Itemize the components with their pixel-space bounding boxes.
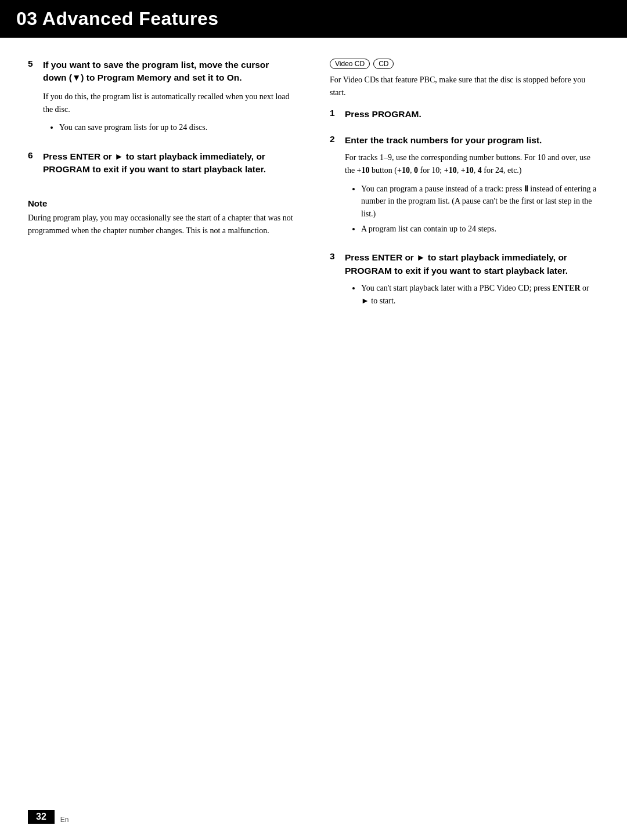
step-3-bullet-1: You can't start playback later with a PB… [361, 282, 599, 307]
step-6-content: Press ENTER or ► to start playback immed… [43, 150, 295, 182]
step-2-number: 2 [330, 134, 341, 244]
step-6-heading: Press ENTER or ► to start playback immed… [43, 150, 295, 176]
step-2-content: Enter the track numbers for your program… [345, 134, 599, 244]
step-1-number: 1 [330, 108, 341, 125]
content-area: 5 If you want to save the program list, … [0, 38, 627, 345]
step-5-number: 5 [28, 59, 39, 142]
step-5-bullets: You can save program lists for up to 24 … [59, 121, 295, 134]
step-2-body: For tracks 1–9, use the corresponding nu… [345, 151, 599, 176]
step-6-block: 6 Press ENTER or ► to start playback imm… [28, 150, 295, 182]
page-header: 03 Advanced Features [0, 0, 627, 38]
step-1-content: Press PROGRAM. [345, 108, 599, 125]
footer-lang: En [60, 816, 69, 824]
page-footer: 32 En [0, 810, 627, 824]
step-2-bullets: You can program a pause instead of a tra… [361, 183, 599, 236]
step-2-heading: Enter the track numbers for your program… [345, 134, 599, 147]
badge-row: Video CD CD [330, 59, 599, 69]
step-1-block: 1 Press PROGRAM. [330, 108, 599, 125]
step-5-heading: If you want to save the program list, mo… [43, 59, 295, 85]
note-section: Note During program play, you may occasi… [28, 198, 295, 237]
video-cd-badge: Video CD [330, 59, 370, 69]
note-body: During program play, you may occasionall… [28, 212, 295, 237]
left-column: 5 If you want to save the program list, … [28, 59, 295, 324]
step-1-heading: Press PROGRAM. [345, 108, 599, 121]
note-title: Note [28, 198, 295, 208]
step-3-bullets: You can't start playback later with a PB… [361, 282, 599, 307]
step-3-heading: Press ENTER or ► to start playback immed… [345, 251, 599, 277]
badge-intro-text: For Video CDs that feature PBC, make sur… [330, 74, 599, 99]
step-2-bullet-2: A program list can contain up to 24 step… [361, 223, 599, 236]
step-6-number: 6 [28, 150, 39, 182]
page-number: 32 [28, 810, 55, 824]
step-3-content: Press ENTER or ► to start playback immed… [345, 251, 599, 315]
step-2-block: 2 Enter the track numbers for your progr… [330, 134, 599, 244]
step-5-bullet-1: You can save program lists for up to 24 … [59, 121, 295, 134]
step-3-number: 3 [330, 251, 341, 315]
right-column: Video CD CD For Video CDs that feature P… [318, 59, 599, 324]
step-3-block: 3 Press ENTER or ► to start playback imm… [330, 251, 599, 315]
step-5-body: If you do this, the program list is auto… [43, 90, 295, 115]
step-5-block: 5 If you want to save the program list, … [28, 59, 295, 142]
cd-badge: CD [373, 59, 394, 69]
page-title: 03 Advanced Features [16, 8, 611, 30]
step-2-bullet-1: You can program a pause instead of a tra… [361, 183, 599, 220]
step-5-content: If you want to save the program list, mo… [43, 59, 295, 142]
